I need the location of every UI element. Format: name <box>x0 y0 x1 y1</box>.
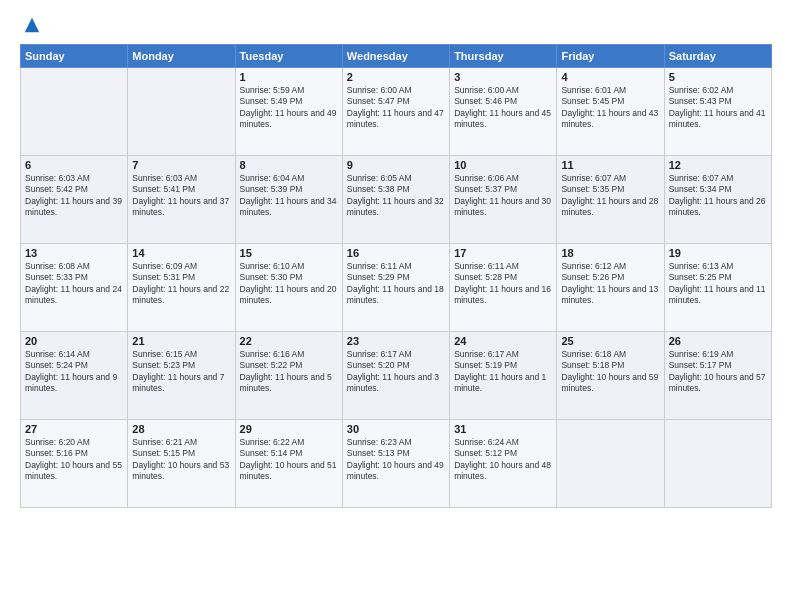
cell-content: Sunrise: 6:21 AM Sunset: 5:15 PM Dayligh… <box>132 437 230 483</box>
calendar-cell: 2Sunrise: 6:00 AM Sunset: 5:47 PM Daylig… <box>342 68 449 156</box>
header-monday: Monday <box>128 45 235 68</box>
cell-content: Sunrise: 6:13 AM Sunset: 5:25 PM Dayligh… <box>669 261 767 307</box>
calendar-cell: 25Sunrise: 6:18 AM Sunset: 5:18 PM Dayli… <box>557 332 664 420</box>
day-number: 16 <box>347 247 445 259</box>
calendar-week-row: 27Sunrise: 6:20 AM Sunset: 5:16 PM Dayli… <box>21 420 772 508</box>
calendar-cell: 6Sunrise: 6:03 AM Sunset: 5:42 PM Daylig… <box>21 156 128 244</box>
day-number: 7 <box>132 159 230 171</box>
calendar-cell: 3Sunrise: 6:00 AM Sunset: 5:46 PM Daylig… <box>450 68 557 156</box>
cell-content: Sunrise: 6:07 AM Sunset: 5:35 PM Dayligh… <box>561 173 659 219</box>
cell-content: Sunrise: 6:09 AM Sunset: 5:31 PM Dayligh… <box>132 261 230 307</box>
cell-content: Sunrise: 6:00 AM Sunset: 5:47 PM Dayligh… <box>347 85 445 131</box>
page: Sunday Monday Tuesday Wednesday Thursday… <box>0 0 792 612</box>
calendar-cell: 31Sunrise: 6:24 AM Sunset: 5:12 PM Dayli… <box>450 420 557 508</box>
day-number: 23 <box>347 335 445 347</box>
cell-content: Sunrise: 6:07 AM Sunset: 5:34 PM Dayligh… <box>669 173 767 219</box>
cell-content: Sunrise: 6:16 AM Sunset: 5:22 PM Dayligh… <box>240 349 338 395</box>
cell-content: Sunrise: 6:06 AM Sunset: 5:37 PM Dayligh… <box>454 173 552 219</box>
weekday-header-row: Sunday Monday Tuesday Wednesday Thursday… <box>21 45 772 68</box>
day-number: 29 <box>240 423 338 435</box>
day-number: 20 <box>25 335 123 347</box>
day-number: 31 <box>454 423 552 435</box>
calendar-week-row: 6Sunrise: 6:03 AM Sunset: 5:42 PM Daylig… <box>21 156 772 244</box>
day-number: 24 <box>454 335 552 347</box>
cell-content: Sunrise: 6:18 AM Sunset: 5:18 PM Dayligh… <box>561 349 659 395</box>
cell-content: Sunrise: 6:17 AM Sunset: 5:20 PM Dayligh… <box>347 349 445 395</box>
header-saturday: Saturday <box>664 45 771 68</box>
day-number: 27 <box>25 423 123 435</box>
day-number: 9 <box>347 159 445 171</box>
cell-content: Sunrise: 6:10 AM Sunset: 5:30 PM Dayligh… <box>240 261 338 307</box>
calendar-cell: 14Sunrise: 6:09 AM Sunset: 5:31 PM Dayli… <box>128 244 235 332</box>
calendar-cell: 20Sunrise: 6:14 AM Sunset: 5:24 PM Dayli… <box>21 332 128 420</box>
calendar-cell: 21Sunrise: 6:15 AM Sunset: 5:23 PM Dayli… <box>128 332 235 420</box>
calendar-cell: 29Sunrise: 6:22 AM Sunset: 5:14 PM Dayli… <box>235 420 342 508</box>
day-number: 3 <box>454 71 552 83</box>
calendar-cell <box>664 420 771 508</box>
cell-content: Sunrise: 6:20 AM Sunset: 5:16 PM Dayligh… <box>25 437 123 483</box>
day-number: 1 <box>240 71 338 83</box>
calendar-cell: 27Sunrise: 6:20 AM Sunset: 5:16 PM Dayli… <box>21 420 128 508</box>
calendar-body: 1Sunrise: 5:59 AM Sunset: 5:49 PM Daylig… <box>21 68 772 508</box>
cell-content: Sunrise: 6:22 AM Sunset: 5:14 PM Dayligh… <box>240 437 338 483</box>
calendar-cell: 23Sunrise: 6:17 AM Sunset: 5:20 PM Dayli… <box>342 332 449 420</box>
calendar-cell: 7Sunrise: 6:03 AM Sunset: 5:41 PM Daylig… <box>128 156 235 244</box>
calendar-cell: 19Sunrise: 6:13 AM Sunset: 5:25 PM Dayli… <box>664 244 771 332</box>
calendar-cell <box>557 420 664 508</box>
calendar-week-row: 1Sunrise: 5:59 AM Sunset: 5:49 PM Daylig… <box>21 68 772 156</box>
cell-content: Sunrise: 6:04 AM Sunset: 5:39 PM Dayligh… <box>240 173 338 219</box>
calendar-cell: 18Sunrise: 6:12 AM Sunset: 5:26 PM Dayli… <box>557 244 664 332</box>
calendar-cell: 11Sunrise: 6:07 AM Sunset: 5:35 PM Dayli… <box>557 156 664 244</box>
header <box>20 16 772 34</box>
day-number: 21 <box>132 335 230 347</box>
header-thursday: Thursday <box>450 45 557 68</box>
day-number: 25 <box>561 335 659 347</box>
svg-marker-0 <box>25 18 39 32</box>
day-number: 4 <box>561 71 659 83</box>
cell-content: Sunrise: 6:03 AM Sunset: 5:42 PM Dayligh… <box>25 173 123 219</box>
logo-text <box>20 16 41 34</box>
day-number: 8 <box>240 159 338 171</box>
day-number: 30 <box>347 423 445 435</box>
cell-content: Sunrise: 6:03 AM Sunset: 5:41 PM Dayligh… <box>132 173 230 219</box>
calendar-cell: 22Sunrise: 6:16 AM Sunset: 5:22 PM Dayli… <box>235 332 342 420</box>
day-number: 26 <box>669 335 767 347</box>
calendar-cell: 1Sunrise: 5:59 AM Sunset: 5:49 PM Daylig… <box>235 68 342 156</box>
calendar-cell: 30Sunrise: 6:23 AM Sunset: 5:13 PM Dayli… <box>342 420 449 508</box>
header-sunday: Sunday <box>21 45 128 68</box>
calendar-cell: 12Sunrise: 6:07 AM Sunset: 5:34 PM Dayli… <box>664 156 771 244</box>
cell-content: Sunrise: 6:11 AM Sunset: 5:28 PM Dayligh… <box>454 261 552 307</box>
calendar-week-row: 20Sunrise: 6:14 AM Sunset: 5:24 PM Dayli… <box>21 332 772 420</box>
cell-content: Sunrise: 6:24 AM Sunset: 5:12 PM Dayligh… <box>454 437 552 483</box>
cell-content: Sunrise: 6:12 AM Sunset: 5:26 PM Dayligh… <box>561 261 659 307</box>
cell-content: Sunrise: 6:23 AM Sunset: 5:13 PM Dayligh… <box>347 437 445 483</box>
calendar-week-row: 13Sunrise: 6:08 AM Sunset: 5:33 PM Dayli… <box>21 244 772 332</box>
day-number: 13 <box>25 247 123 259</box>
day-number: 10 <box>454 159 552 171</box>
cell-content: Sunrise: 6:14 AM Sunset: 5:24 PM Dayligh… <box>25 349 123 395</box>
day-number: 28 <box>132 423 230 435</box>
cell-content: Sunrise: 6:19 AM Sunset: 5:17 PM Dayligh… <box>669 349 767 395</box>
calendar-cell: 17Sunrise: 6:11 AM Sunset: 5:28 PM Dayli… <box>450 244 557 332</box>
cell-content: Sunrise: 6:01 AM Sunset: 5:45 PM Dayligh… <box>561 85 659 131</box>
calendar-cell: 9Sunrise: 6:05 AM Sunset: 5:38 PM Daylig… <box>342 156 449 244</box>
calendar-cell: 4Sunrise: 6:01 AM Sunset: 5:45 PM Daylig… <box>557 68 664 156</box>
calendar-header: Sunday Monday Tuesday Wednesday Thursday… <box>21 45 772 68</box>
logo <box>20 16 41 34</box>
header-tuesday: Tuesday <box>235 45 342 68</box>
day-number: 2 <box>347 71 445 83</box>
calendar-cell: 15Sunrise: 6:10 AM Sunset: 5:30 PM Dayli… <box>235 244 342 332</box>
day-number: 15 <box>240 247 338 259</box>
cell-content: Sunrise: 6:15 AM Sunset: 5:23 PM Dayligh… <box>132 349 230 395</box>
calendar-cell: 16Sunrise: 6:11 AM Sunset: 5:29 PM Dayli… <box>342 244 449 332</box>
cell-content: Sunrise: 6:05 AM Sunset: 5:38 PM Dayligh… <box>347 173 445 219</box>
header-friday: Friday <box>557 45 664 68</box>
day-number: 19 <box>669 247 767 259</box>
calendar-cell: 13Sunrise: 6:08 AM Sunset: 5:33 PM Dayli… <box>21 244 128 332</box>
calendar-cell: 10Sunrise: 6:06 AM Sunset: 5:37 PM Dayli… <box>450 156 557 244</box>
calendar-table: Sunday Monday Tuesday Wednesday Thursday… <box>20 44 772 508</box>
day-number: 6 <box>25 159 123 171</box>
cell-content: Sunrise: 5:59 AM Sunset: 5:49 PM Dayligh… <box>240 85 338 131</box>
day-number: 5 <box>669 71 767 83</box>
header-wednesday: Wednesday <box>342 45 449 68</box>
